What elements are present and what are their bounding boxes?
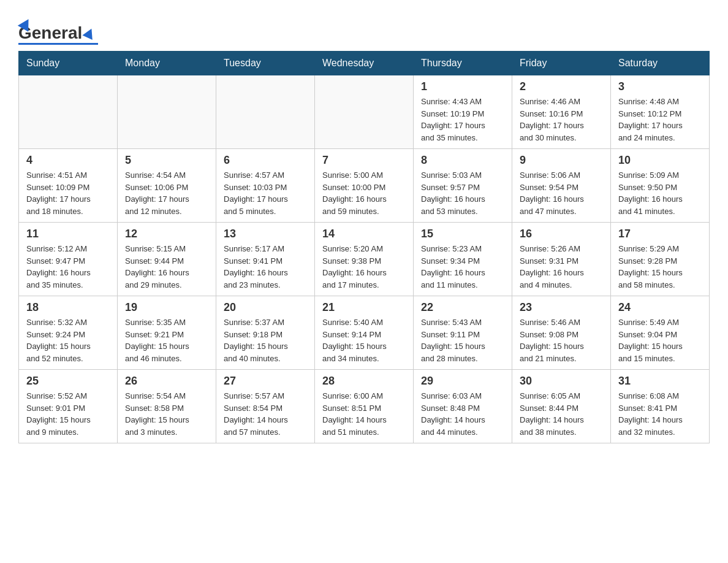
calendar-day: 31Sunrise: 6:08 AMSunset: 8:41 PMDayligh…: [611, 370, 710, 443]
calendar-day: 9Sunrise: 5:06 AMSunset: 9:54 PMDaylight…: [512, 149, 611, 223]
day-number: 27: [224, 375, 307, 388]
day-number: 9: [520, 154, 603, 167]
calendar-day: 6Sunrise: 4:57 AMSunset: 10:03 PMDayligh…: [216, 149, 315, 223]
calendar-day: 19Sunrise: 5:35 AMSunset: 9:21 PMDayligh…: [118, 296, 216, 370]
day-number: 6: [224, 154, 307, 167]
day-number: 1: [421, 80, 504, 93]
day-info: Sunrise: 5:29 AMSunset: 9:28 PMDaylight:…: [618, 243, 702, 291]
weekday-header-row: SundayMondayTuesdayWednesdayThursdayFrid…: [19, 52, 710, 75]
calendar-week-1: 1Sunrise: 4:43 AMSunset: 10:19 PMDayligh…: [19, 75, 710, 149]
calendar-day: [19, 75, 118, 149]
calendar-day: 14Sunrise: 5:20 AMSunset: 9:38 PMDayligh…: [315, 223, 414, 296]
calendar-day: 1Sunrise: 4:43 AMSunset: 10:19 PMDayligh…: [414, 75, 512, 149]
day-info: Sunrise: 5:09 AMSunset: 9:50 PMDaylight:…: [618, 169, 702, 217]
calendar-week-4: 18Sunrise: 5:32 AMSunset: 9:24 PMDayligh…: [19, 296, 710, 370]
day-info: Sunrise: 4:54 AMSunset: 10:06 PMDaylight…: [125, 169, 208, 217]
page-header: General: [0, 0, 728, 51]
calendar-week-3: 11Sunrise: 5:12 AMSunset: 9:47 PMDayligh…: [19, 223, 710, 296]
calendar-week-2: 4Sunrise: 4:51 AMSunset: 10:09 PMDayligh…: [19, 149, 710, 223]
day-info: Sunrise: 5:43 AMSunset: 9:11 PMDaylight:…: [421, 316, 504, 364]
calendar-day: 23Sunrise: 5:46 AMSunset: 9:08 PMDayligh…: [512, 296, 611, 370]
day-info: Sunrise: 5:17 AMSunset: 9:41 PMDaylight:…: [224, 243, 307, 291]
weekday-header-thursday: Thursday: [414, 52, 512, 75]
day-info: Sunrise: 5:00 AMSunset: 10:00 PMDaylight…: [322, 169, 406, 217]
day-number: 19: [125, 301, 208, 314]
day-info: Sunrise: 6:00 AMSunset: 8:51 PMDaylight:…: [322, 390, 406, 438]
calendar-day: 28Sunrise: 6:00 AMSunset: 8:51 PMDayligh…: [315, 370, 414, 443]
calendar-day: 7Sunrise: 5:00 AMSunset: 10:00 PMDayligh…: [315, 149, 414, 223]
day-info: Sunrise: 5:03 AMSunset: 9:57 PMDaylight:…: [421, 169, 504, 217]
day-info: Sunrise: 5:26 AMSunset: 9:31 PMDaylight:…: [520, 243, 603, 291]
calendar-day: 26Sunrise: 5:54 AMSunset: 8:58 PMDayligh…: [118, 370, 216, 443]
day-info: Sunrise: 4:51 AMSunset: 10:09 PMDaylight…: [26, 169, 110, 217]
day-number: 14: [322, 228, 406, 240]
day-number: 17: [618, 228, 702, 240]
calendar-day: [315, 75, 414, 149]
calendar-day: 3Sunrise: 4:48 AMSunset: 10:12 PMDayligh…: [611, 75, 710, 149]
weekday-header-wednesday: Wednesday: [315, 52, 414, 75]
day-number: 13: [224, 228, 307, 240]
calendar-day: [118, 75, 216, 149]
day-info: Sunrise: 5:15 AMSunset: 9:44 PMDaylight:…: [125, 243, 208, 291]
calendar-day: 8Sunrise: 5:03 AMSunset: 9:57 PMDaylight…: [414, 149, 512, 223]
calendar-day: 27Sunrise: 5:57 AMSunset: 8:54 PMDayligh…: [216, 370, 315, 443]
day-info: Sunrise: 5:49 AMSunset: 9:04 PMDaylight:…: [618, 316, 702, 364]
day-info: Sunrise: 6:03 AMSunset: 8:48 PMDaylight:…: [421, 390, 504, 438]
weekday-header-saturday: Saturday: [611, 52, 710, 75]
day-info: Sunrise: 4:43 AMSunset: 10:19 PMDaylight…: [421, 96, 504, 144]
calendar-day: 16Sunrise: 5:26 AMSunset: 9:31 PMDayligh…: [512, 223, 611, 296]
weekday-header-tuesday: Tuesday: [216, 52, 315, 75]
day-info: Sunrise: 5:54 AMSunset: 8:58 PMDaylight:…: [125, 390, 208, 438]
day-number: 29: [421, 375, 504, 388]
calendar-table: SundayMondayTuesdayWednesdayThursdayFrid…: [18, 51, 710, 443]
day-number: 10: [618, 154, 702, 167]
calendar-day: 22Sunrise: 5:43 AMSunset: 9:11 PMDayligh…: [414, 296, 512, 370]
day-number: 4: [26, 154, 110, 167]
day-info: Sunrise: 5:32 AMSunset: 9:24 PMDaylight:…: [26, 316, 110, 364]
day-number: 16: [520, 228, 603, 240]
day-number: 15: [421, 228, 504, 240]
day-number: 7: [322, 154, 406, 167]
day-info: Sunrise: 5:35 AMSunset: 9:21 PMDaylight:…: [125, 316, 208, 364]
calendar-day: 5Sunrise: 4:54 AMSunset: 10:06 PMDayligh…: [118, 149, 216, 223]
day-number: 21: [322, 301, 406, 314]
day-number: 25: [26, 375, 110, 388]
calendar-header: SundayMondayTuesdayWednesdayThursdayFrid…: [19, 52, 710, 75]
day-info: Sunrise: 5:23 AMSunset: 9:34 PMDaylight:…: [421, 243, 504, 291]
calendar-day: 12Sunrise: 5:15 AMSunset: 9:44 PMDayligh…: [118, 223, 216, 296]
calendar-day: 24Sunrise: 5:49 AMSunset: 9:04 PMDayligh…: [611, 296, 710, 370]
calendar-day: 4Sunrise: 4:51 AMSunset: 10:09 PMDayligh…: [19, 149, 118, 223]
calendar-day: 29Sunrise: 6:03 AMSunset: 8:48 PMDayligh…: [414, 370, 512, 443]
day-info: Sunrise: 5:12 AMSunset: 9:47 PMDaylight:…: [26, 243, 110, 291]
day-number: 23: [520, 301, 603, 314]
calendar-day: 13Sunrise: 5:17 AMSunset: 9:41 PMDayligh…: [216, 223, 315, 296]
day-info: Sunrise: 5:52 AMSunset: 9:01 PMDaylight:…: [26, 390, 110, 438]
day-info: Sunrise: 5:37 AMSunset: 9:18 PMDaylight:…: [224, 316, 307, 364]
day-number: 30: [520, 375, 603, 388]
day-info: Sunrise: 6:05 AMSunset: 8:44 PMDaylight:…: [520, 390, 603, 438]
day-info: Sunrise: 4:48 AMSunset: 10:12 PMDaylight…: [618, 96, 702, 144]
day-number: 26: [125, 375, 208, 388]
logo: General: [18, 15, 98, 45]
calendar-body: 1Sunrise: 4:43 AMSunset: 10:19 PMDayligh…: [19, 75, 710, 443]
day-number: 20: [224, 301, 307, 314]
calendar-week-5: 25Sunrise: 5:52 AMSunset: 9:01 PMDayligh…: [19, 370, 710, 443]
calendar-wrapper: SundayMondayTuesdayWednesdayThursdayFrid…: [0, 51, 728, 462]
day-number: 11: [26, 228, 110, 240]
day-number: 22: [421, 301, 504, 314]
calendar-day: 10Sunrise: 5:09 AMSunset: 9:50 PMDayligh…: [611, 149, 710, 223]
calendar-day: 21Sunrise: 5:40 AMSunset: 9:14 PMDayligh…: [315, 296, 414, 370]
day-info: Sunrise: 5:20 AMSunset: 9:38 PMDaylight:…: [322, 243, 406, 291]
day-number: 24: [618, 301, 702, 314]
day-number: 2: [520, 80, 603, 93]
day-info: Sunrise: 4:46 AMSunset: 10:16 PMDaylight…: [520, 96, 603, 144]
calendar-day: 20Sunrise: 5:37 AMSunset: 9:18 PMDayligh…: [216, 296, 315, 370]
day-info: Sunrise: 5:06 AMSunset: 9:54 PMDaylight:…: [520, 169, 603, 217]
day-number: 12: [125, 228, 208, 240]
day-info: Sunrise: 5:46 AMSunset: 9:08 PMDaylight:…: [520, 316, 603, 364]
weekday-header-sunday: Sunday: [19, 52, 118, 75]
day-info: Sunrise: 5:57 AMSunset: 8:54 PMDaylight:…: [224, 390, 307, 438]
calendar-day: 11Sunrise: 5:12 AMSunset: 9:47 PMDayligh…: [19, 223, 118, 296]
calendar-day: [216, 75, 315, 149]
day-info: Sunrise: 5:40 AMSunset: 9:14 PMDaylight:…: [322, 316, 406, 364]
